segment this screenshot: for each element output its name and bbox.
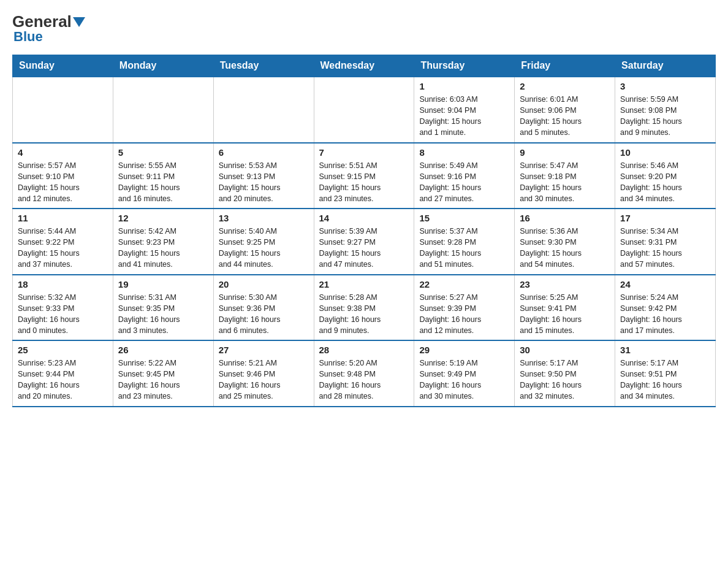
calendar-cell: 28Sunrise: 5:20 AM Sunset: 9:48 PM Dayli… <box>314 340 414 407</box>
day-number: 2 <box>520 81 610 91</box>
weekday-header-monday: Monday <box>113 55 213 77</box>
day-info: Sunrise: 6:01 AM Sunset: 9:06 PM Dayligh… <box>520 94 610 139</box>
day-number: 22 <box>419 279 509 289</box>
calendar-cell: 25Sunrise: 5:23 AM Sunset: 9:44 PM Dayli… <box>13 340 113 407</box>
weekday-header-saturday: Saturday <box>615 55 716 77</box>
day-number: 31 <box>620 345 710 355</box>
day-number: 25 <box>18 345 108 355</box>
calendar-cell: 22Sunrise: 5:27 AM Sunset: 9:39 PM Dayli… <box>414 275 515 341</box>
day-number: 3 <box>620 81 710 91</box>
day-info: Sunrise: 6:03 AM Sunset: 9:04 PM Dayligh… <box>419 94 509 139</box>
day-number: 14 <box>319 213 409 223</box>
calendar-cell: 19Sunrise: 5:31 AM Sunset: 9:35 PM Dayli… <box>113 275 213 341</box>
day-number: 24 <box>620 279 710 289</box>
day-number: 9 <box>520 147 610 158</box>
day-info: Sunrise: 5:32 AM Sunset: 9:33 PM Dayligh… <box>18 292 108 337</box>
day-number: 27 <box>219 345 309 355</box>
day-number: 18 <box>18 279 108 289</box>
day-info: Sunrise: 5:57 AM Sunset: 9:10 PM Dayligh… <box>18 160 108 205</box>
day-info: Sunrise: 5:21 AM Sunset: 9:46 PM Dayligh… <box>219 358 309 402</box>
calendar-cell: 31Sunrise: 5:17 AM Sunset: 9:51 PM Dayli… <box>615 340 716 407</box>
calendar-week-row: 4Sunrise: 5:57 AM Sunset: 9:10 PM Daylig… <box>13 143 716 209</box>
day-info: Sunrise: 5:17 AM Sunset: 9:51 PM Dayligh… <box>620 358 710 402</box>
logo-arrow-icon <box>73 17 85 27</box>
day-number: 1 <box>419 81 509 91</box>
day-info: Sunrise: 5:24 AM Sunset: 9:42 PM Dayligh… <box>620 292 710 337</box>
calendar-cell: 3Sunrise: 5:59 AM Sunset: 9:08 PM Daylig… <box>615 77 716 143</box>
calendar-cell: 2Sunrise: 6:01 AM Sunset: 9:06 PM Daylig… <box>515 77 615 143</box>
day-number: 7 <box>319 147 409 158</box>
calendar-week-row: 1Sunrise: 6:03 AM Sunset: 9:04 PM Daylig… <box>13 77 716 143</box>
day-info: Sunrise: 5:17 AM Sunset: 9:50 PM Dayligh… <box>520 358 610 402</box>
day-info: Sunrise: 5:27 AM Sunset: 9:39 PM Dayligh… <box>419 292 509 337</box>
calendar-cell: 10Sunrise: 5:46 AM Sunset: 9:20 PM Dayli… <box>615 143 716 209</box>
logo: General Blue <box>12 12 86 45</box>
day-info: Sunrise: 5:34 AM Sunset: 9:31 PM Dayligh… <box>620 226 710 270</box>
day-info: Sunrise: 5:46 AM Sunset: 9:20 PM Dayligh… <box>620 160 710 205</box>
day-number: 12 <box>118 213 208 223</box>
day-number: 6 <box>219 147 309 158</box>
day-info: Sunrise: 5:51 AM Sunset: 9:15 PM Dayligh… <box>319 160 409 205</box>
day-info: Sunrise: 5:39 AM Sunset: 9:27 PM Dayligh… <box>319 226 409 270</box>
day-number: 30 <box>520 345 610 355</box>
weekday-header-friday: Friday <box>515 55 615 77</box>
calendar-cell <box>113 77 213 143</box>
day-info: Sunrise: 5:31 AM Sunset: 9:35 PM Dayligh… <box>118 292 208 337</box>
calendar-cell: 15Sunrise: 5:37 AM Sunset: 9:28 PM Dayli… <box>414 209 515 275</box>
day-info: Sunrise: 5:37 AM Sunset: 9:28 PM Dayligh… <box>419 226 509 270</box>
weekday-header-tuesday: Tuesday <box>213 55 314 77</box>
day-number: 11 <box>18 213 108 223</box>
day-info: Sunrise: 5:36 AM Sunset: 9:30 PM Dayligh… <box>520 226 610 270</box>
day-number: 26 <box>118 345 208 355</box>
day-number: 16 <box>520 213 610 223</box>
calendar-cell: 11Sunrise: 5:44 AM Sunset: 9:22 PM Dayli… <box>13 209 113 275</box>
calendar-cell: 24Sunrise: 5:24 AM Sunset: 9:42 PM Dayli… <box>615 275 716 341</box>
day-number: 17 <box>620 213 710 223</box>
calendar-cell: 18Sunrise: 5:32 AM Sunset: 9:33 PM Dayli… <box>13 275 113 341</box>
day-number: 13 <box>219 213 309 223</box>
day-info: Sunrise: 5:28 AM Sunset: 9:38 PM Dayligh… <box>319 292 409 337</box>
calendar-week-row: 18Sunrise: 5:32 AM Sunset: 9:33 PM Dayli… <box>13 275 716 341</box>
day-number: 5 <box>118 147 208 158</box>
calendar-cell: 30Sunrise: 5:17 AM Sunset: 9:50 PM Dayli… <box>515 340 615 407</box>
calendar-cell: 8Sunrise: 5:49 AM Sunset: 9:16 PM Daylig… <box>414 143 515 209</box>
calendar-cell: 1Sunrise: 6:03 AM Sunset: 9:04 PM Daylig… <box>414 77 515 143</box>
day-number: 15 <box>419 213 509 223</box>
day-info: Sunrise: 5:53 AM Sunset: 9:13 PM Dayligh… <box>219 160 309 205</box>
day-info: Sunrise: 5:49 AM Sunset: 9:16 PM Dayligh… <box>419 160 509 205</box>
day-info: Sunrise: 5:59 AM Sunset: 9:08 PM Dayligh… <box>620 94 710 139</box>
calendar-cell <box>314 77 414 143</box>
calendar-cell <box>13 77 113 143</box>
calendar-cell: 27Sunrise: 5:21 AM Sunset: 9:46 PM Dayli… <box>213 340 314 407</box>
calendar-cell <box>213 77 314 143</box>
calendar-cell: 9Sunrise: 5:47 AM Sunset: 9:18 PM Daylig… <box>515 143 615 209</box>
logo-blue-text: Blue <box>13 29 43 45</box>
day-info: Sunrise: 5:40 AM Sunset: 9:25 PM Dayligh… <box>219 226 309 270</box>
day-info: Sunrise: 5:22 AM Sunset: 9:45 PM Dayligh… <box>118 358 208 402</box>
calendar-week-row: 11Sunrise: 5:44 AM Sunset: 9:22 PM Dayli… <box>13 209 716 275</box>
day-number: 28 <box>319 345 409 355</box>
day-info: Sunrise: 5:55 AM Sunset: 9:11 PM Dayligh… <box>118 160 208 205</box>
day-number: 20 <box>219 279 309 289</box>
calendar-cell: 29Sunrise: 5:19 AM Sunset: 9:49 PM Dayli… <box>414 340 515 407</box>
day-info: Sunrise: 5:47 AM Sunset: 9:18 PM Dayligh… <box>520 160 610 205</box>
calendar-header-row: SundayMondayTuesdayWednesdayThursdayFrid… <box>13 55 716 77</box>
day-info: Sunrise: 5:20 AM Sunset: 9:48 PM Dayligh… <box>319 358 409 402</box>
weekday-header-wednesday: Wednesday <box>314 55 414 77</box>
calendar-cell: 14Sunrise: 5:39 AM Sunset: 9:27 PM Dayli… <box>314 209 414 275</box>
calendar-cell: 4Sunrise: 5:57 AM Sunset: 9:10 PM Daylig… <box>13 143 113 209</box>
day-info: Sunrise: 5:25 AM Sunset: 9:41 PM Dayligh… <box>520 292 610 337</box>
calendar-cell: 23Sunrise: 5:25 AM Sunset: 9:41 PM Dayli… <box>515 275 615 341</box>
day-info: Sunrise: 5:42 AM Sunset: 9:23 PM Dayligh… <box>118 226 208 270</box>
day-number: 29 <box>419 345 509 355</box>
calendar-cell: 5Sunrise: 5:55 AM Sunset: 9:11 PM Daylig… <box>113 143 213 209</box>
calendar-cell: 13Sunrise: 5:40 AM Sunset: 9:25 PM Dayli… <box>213 209 314 275</box>
day-info: Sunrise: 5:23 AM Sunset: 9:44 PM Dayligh… <box>18 358 108 402</box>
calendar-cell: 16Sunrise: 5:36 AM Sunset: 9:30 PM Dayli… <box>515 209 615 275</box>
day-number: 19 <box>118 279 208 289</box>
calendar-cell: 26Sunrise: 5:22 AM Sunset: 9:45 PM Dayli… <box>113 340 213 407</box>
calendar-table: SundayMondayTuesdayWednesdayThursdayFrid… <box>12 55 716 407</box>
day-number: 23 <box>520 279 610 289</box>
day-number: 4 <box>18 147 108 158</box>
calendar-cell: 21Sunrise: 5:28 AM Sunset: 9:38 PM Dayli… <box>314 275 414 341</box>
